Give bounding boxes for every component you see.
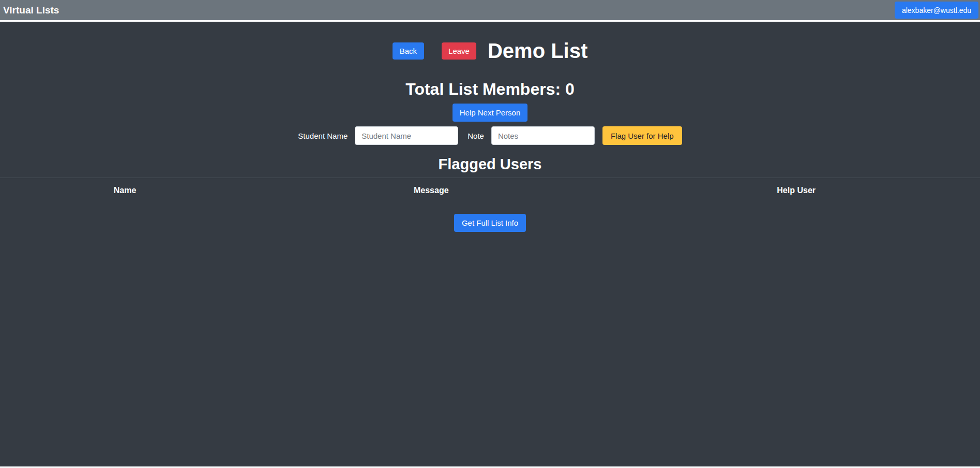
note-label: Note [468,131,484,140]
app-brand[interactable]: Virtual Lists [3,5,59,16]
flag-user-button[interactable]: Flag User for Help [602,126,682,145]
flagged-users-heading: Flagged Users [0,156,980,178]
navbar: Virtual Lists alexbaker@wustl.edu [0,0,980,22]
list-header: Back Leave Demo List [0,40,980,61]
note-input[interactable] [491,126,595,145]
student-name-label: Student Name [298,131,348,140]
flag-user-form: Student Name Note Flag User for Help [0,126,980,145]
column-header-name: Name [0,186,250,195]
total-members-label: Total List Members: [405,80,561,98]
help-next-container: Help Next Person [0,104,980,122]
page-title: Demo List [488,40,587,61]
leave-button[interactable]: Leave [442,42,476,60]
get-full-list-info-button[interactable]: Get Full List Info [454,214,526,232]
full-info-container: Get Full List Info [0,214,980,232]
column-header-message: Message [250,186,612,195]
student-name-input[interactable] [355,126,458,145]
user-email-button[interactable]: alexbaker@wustl.edu [895,2,978,19]
total-members-count: 0 [565,80,575,98]
help-next-person-button[interactable]: Help Next Person [453,104,528,122]
flagged-users-table-header: Name Message Help User [0,178,980,195]
back-button[interactable]: Back [393,42,424,60]
column-header-help-user: Help User [612,186,980,195]
total-members-heading: Total List Members: 0 [0,80,980,99]
